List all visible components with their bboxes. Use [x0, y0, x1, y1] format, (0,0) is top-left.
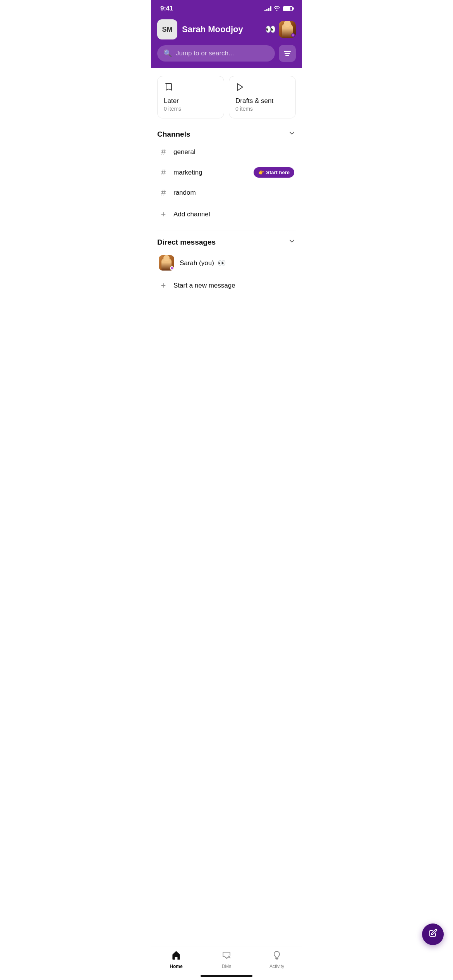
- search-bar[interactable]: 🔍 Jump to or search...: [157, 45, 275, 62]
- status-icons: [264, 5, 293, 12]
- hash-icon: #: [159, 147, 168, 157]
- dm-avatar: [159, 255, 174, 271]
- add-dm-label: Start a new message: [173, 282, 235, 290]
- direct-messages-section: Direct messages Sarah (you) 👀 +: [157, 237, 296, 296]
- svg-marker-0: [237, 84, 243, 91]
- plus-icon: +: [159, 209, 168, 219]
- later-icon: [164, 82, 218, 94]
- signal-icon: [264, 6, 271, 11]
- search-placeholder: Jump to or search...: [176, 50, 234, 57]
- later-subtitle: 0 items: [164, 106, 218, 112]
- drafts-subtitle: 0 items: [235, 106, 289, 112]
- eyes-button[interactable]: 👀: [265, 24, 276, 34]
- drafts-card[interactable]: Drafts & sent 0 items: [229, 76, 296, 118]
- status-bar: 9:41: [151, 0, 302, 15]
- search-icon: 🔍: [163, 49, 172, 58]
- filter-icon: [284, 51, 291, 56]
- channels-collapse[interactable]: [288, 129, 296, 139]
- filter-button[interactable]: [279, 45, 296, 62]
- dm-title: Direct messages: [157, 238, 216, 247]
- drafts-icon: [235, 82, 289, 94]
- channel-item-marketing[interactable]: # marketing 👉 Start here: [157, 162, 296, 183]
- dm-eyes: 👀: [218, 259, 226, 267]
- add-dm-item[interactable]: + Start a new message: [157, 276, 296, 296]
- dm-list: Sarah (you) 👀: [157, 250, 296, 276]
- header: SM Sarah Moodjoy 👀 🔍 Jump to or search..…: [151, 15, 302, 68]
- plus-icon: +: [159, 281, 168, 291]
- status-time: 9:41: [160, 5, 173, 12]
- later-title: Later: [164, 97, 218, 105]
- add-channel-item[interactable]: + Add channel: [157, 204, 296, 224]
- dm-online-dot: [170, 266, 174, 270]
- main-content: Later 0 items Drafts & sent 0 items Chan…: [151, 68, 302, 303]
- wifi-icon: [274, 5, 280, 12]
- channel-name: general: [173, 148, 294, 156]
- avatar: SM: [157, 19, 177, 39]
- quick-actions: Later 0 items Drafts & sent 0 items: [157, 76, 296, 118]
- channel-name: marketing: [173, 169, 248, 176]
- online-indicator: [291, 33, 295, 37]
- start-here-badge[interactable]: 👉 Start here: [254, 167, 294, 178]
- hash-icon: #: [159, 188, 168, 198]
- hash-icon: #: [159, 168, 168, 178]
- dm-name: Sarah (you) 👀: [180, 259, 226, 267]
- channels-title: Channels: [157, 130, 190, 139]
- channels-section: Channels # general # marketing 👉 Start h…: [157, 129, 296, 224]
- user-name: Sarah Moodjoy: [182, 24, 243, 34]
- channel-list: # general # marketing 👉 Start here # ran…: [157, 142, 296, 203]
- battery-icon: [283, 6, 293, 11]
- drafts-title: Drafts & sent: [235, 97, 289, 105]
- add-channel-label: Add channel: [173, 211, 210, 218]
- section-divider: [157, 231, 296, 231]
- channel-item-general[interactable]: # general: [157, 142, 296, 162]
- profile-photo[interactable]: [279, 21, 296, 38]
- dm-item-sarah[interactable]: Sarah (you) 👀: [157, 250, 296, 276]
- dm-collapse[interactable]: [288, 237, 296, 247]
- later-card[interactable]: Later 0 items: [157, 76, 224, 118]
- channel-name: random: [173, 189, 294, 197]
- channel-item-random[interactable]: # random: [157, 183, 296, 203]
